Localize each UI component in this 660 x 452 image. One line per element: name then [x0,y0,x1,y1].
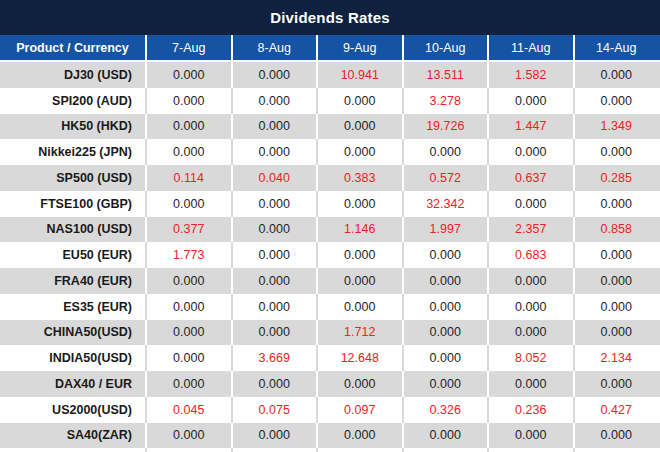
table-row: EU50 (EUR)1.7730.0000.0000.0000.6830.000 [0,242,660,268]
dividend-value-cell: 0.427 [575,397,660,423]
widget-title-bar: Dividends Rates [0,0,660,35]
product-label: DJ30 (USD) [0,62,147,88]
dividend-value-cell: 0.000 [318,423,404,449]
dividend-value-cell: 0.000 [233,242,319,268]
table-row: FTSE100 (GBP)0.0000.0000.00032.3420.0000… [0,191,660,217]
dividend-value-cell: 0.000 [318,294,404,320]
dividend-value-cell: 0.000 [318,139,404,165]
dividend-value-cell: 0.000 [489,320,575,346]
dividend-value-cell: 0.000 [233,139,319,165]
dividend-value-cell: 0.000 [233,371,319,397]
table-row: US2000(USD)0.0450.0750.0970.3260.2360.42… [0,397,660,423]
column-header-date: 9-Aug [318,35,404,60]
dividends-rates-widget: Dividends Rates Product / Currency 7-Aug… [0,0,660,452]
product-label: ES35 (EUR) [0,294,147,320]
product-label: NAS100 (USD) [0,217,147,243]
dividend-value-cell: 0.000 [575,191,660,217]
table-row: CHINA50(USD)0.0000.0001.7120.0000.0000.0… [0,320,660,346]
dividend-value-cell: 0.858 [575,217,660,243]
product-label: SA40(ZAR) [0,423,147,449]
dividend-value-cell: 0.000 [318,268,404,294]
product-label: EU50 (EUR) [0,242,147,268]
dividend-value-cell: 1.447 [489,114,575,140]
product-label: CHINA50(USD) [0,320,147,346]
table-row: DAX40 / EUR0.0000.0000.0000.0000.0000.00… [0,371,660,397]
dividend-value-cell: 0.000 [318,191,404,217]
dividend-value-cell: 0.377 [147,217,233,243]
table-row: INDIA50(USD)0.0003.66912.6480.0008.0522.… [0,345,660,371]
table-row: HK50 (HKD)0.0000.0000.00019.7261.4471.34… [0,114,660,140]
empty-cell [0,448,147,452]
dividend-value-cell: 0.000 [318,371,404,397]
dividend-value-cell: 0.040 [233,165,319,191]
dividend-value-cell: 0.000 [318,88,404,114]
table-row: Nikkei225 (JPN)0.0000.0000.0000.0000.000… [0,139,660,165]
dividend-value-cell: 0.000 [233,217,319,243]
dividend-value-cell: 0.114 [147,165,233,191]
dividend-value-cell: 12.648 [318,345,404,371]
dividend-value-cell: 32.342 [404,191,490,217]
dividend-value-cell: 0.326 [404,397,490,423]
dividend-value-cell: 0.000 [147,320,233,346]
widget-title: Dividends Rates [270,9,390,26]
dividend-value-cell: 0.000 [404,345,490,371]
empty-cell [318,448,404,452]
dividend-value-cell: 0.000 [489,294,575,320]
dividend-value-cell: 0.000 [575,423,660,449]
empty-cell [575,448,660,452]
table-body: DJ30 (USD)0.0000.00010.94113.5111.5820.0… [0,62,660,452]
dividend-value-cell: 0.000 [575,371,660,397]
dividend-value-cell: 19.726 [404,114,490,140]
dividend-value-cell: 0.000 [147,423,233,449]
empty-cell [404,448,490,452]
column-header-date: 11-Aug [489,35,575,60]
dividend-value-cell: 0.000 [575,242,660,268]
empty-cell [147,448,233,452]
dividend-value-cell: 0.000 [147,62,233,88]
dividend-value-cell: 0.000 [489,371,575,397]
dividend-value-cell: 0.383 [318,165,404,191]
dividend-value-cell: 0.000 [147,88,233,114]
dividend-value-cell: 0.572 [404,165,490,191]
table-row: NAS100 (USD)0.3770.0001.1461.9972.3570.8… [0,217,660,243]
dividend-value-cell: 0.683 [489,242,575,268]
dividend-value-cell: 0.000 [147,268,233,294]
dividend-value-cell: 0.000 [404,371,490,397]
dividend-value-cell: 0.000 [233,423,319,449]
dividend-value-cell: 1.997 [404,217,490,243]
table-row: SPI200 (AUD)0.0000.0000.0003.2780.0000.0… [0,88,660,114]
dividend-value-cell: 0.000 [233,294,319,320]
dividend-value-cell: 8.052 [489,345,575,371]
dividend-value-cell: 0.000 [404,139,490,165]
dividend-value-cell: 0.000 [318,114,404,140]
dividend-value-cell: 1.349 [575,114,660,140]
dividend-value-cell: 0.000 [404,423,490,449]
dividend-value-cell: 0.000 [404,242,490,268]
table-row-clipped [0,448,660,452]
dividend-value-cell: 1.582 [489,62,575,88]
dividend-value-cell: 0.000 [489,423,575,449]
dividend-value-cell: 0.000 [233,320,319,346]
product-label: SP500 (USD) [0,165,147,191]
dividend-value-cell: 0.000 [575,139,660,165]
dividend-value-cell: 3.669 [233,345,319,371]
product-label: DAX40 / EUR [0,371,147,397]
dividend-value-cell: 0.000 [233,191,319,217]
product-label: HK50 (HKD) [0,114,147,140]
table-header-row: Product / Currency 7-Aug 8-Aug 9-Aug 10-… [0,35,660,62]
dividend-value-cell: 0.285 [575,165,660,191]
column-header-date: 8-Aug [233,35,319,60]
dividend-value-cell: 0.000 [489,268,575,294]
dividend-value-cell: 0.000 [575,62,660,88]
dividend-value-cell: 0.000 [233,88,319,114]
table-row: SA40(ZAR)0.0000.0000.0000.0000.0000.000 [0,423,660,449]
dividend-value-cell: 0.000 [318,242,404,268]
dividend-value-cell: 0.000 [147,191,233,217]
dividend-value-cell: 0.000 [575,88,660,114]
dividend-value-cell: 0.000 [575,268,660,294]
dividend-value-cell: 0.000 [489,88,575,114]
dividend-value-cell: 10.941 [318,62,404,88]
dividend-value-cell: 0.000 [489,139,575,165]
dividend-value-cell: 0.000 [489,191,575,217]
empty-cell [489,448,575,452]
